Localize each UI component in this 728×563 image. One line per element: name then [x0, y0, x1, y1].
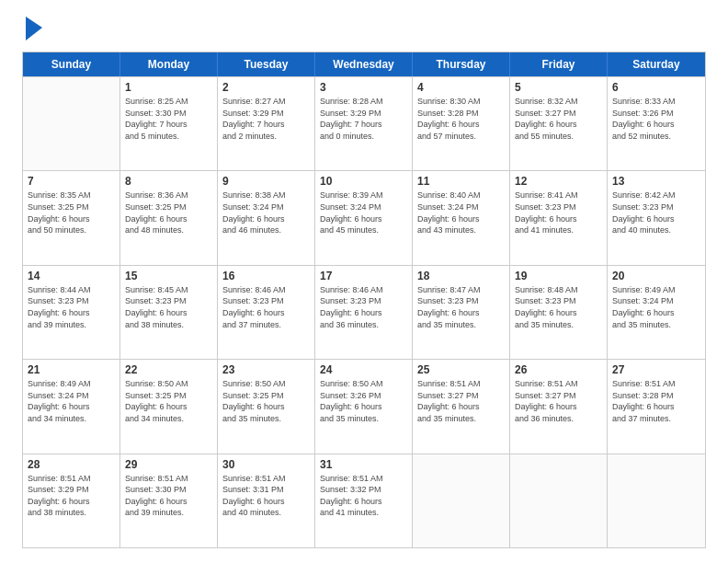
- day-info: Sunrise: 8:48 AM Sunset: 3:23 PM Dayligh…: [515, 284, 602, 330]
- calendar-cell: 19Sunrise: 8:48 AM Sunset: 3:23 PM Dayli…: [510, 266, 608, 359]
- day-info: Sunrise: 8:49 AM Sunset: 3:24 PM Dayligh…: [28, 378, 115, 424]
- calendar-cell: 5Sunrise: 8:32 AM Sunset: 3:27 PM Daylig…: [510, 77, 608, 170]
- day-info: Sunrise: 8:28 AM Sunset: 3:29 PM Dayligh…: [320, 96, 407, 142]
- day-number: 26: [515, 363, 602, 376]
- day-number: 24: [320, 363, 407, 376]
- calendar-cell: 28Sunrise: 8:51 AM Sunset: 3:29 PM Dayli…: [23, 454, 120, 547]
- day-info: Sunrise: 8:32 AM Sunset: 3:27 PM Dayligh…: [515, 96, 602, 142]
- calendar-cell: 23Sunrise: 8:50 AM Sunset: 3:25 PM Dayli…: [218, 360, 315, 453]
- day-number: 5: [515, 81, 602, 94]
- calendar-cell: 10Sunrise: 8:39 AM Sunset: 3:24 PM Dayli…: [315, 171, 413, 264]
- calendar-cell: 15Sunrise: 8:45 AM Sunset: 3:23 PM Dayli…: [120, 266, 218, 359]
- header-day-tuesday: Tuesday: [218, 52, 315, 76]
- day-number: 11: [417, 175, 505, 188]
- day-info: Sunrise: 8:51 AM Sunset: 3:28 PM Dayligh…: [612, 378, 700, 424]
- day-number: 25: [417, 363, 505, 376]
- calendar-cell: 8Sunrise: 8:36 AM Sunset: 3:25 PM Daylig…: [120, 171, 218, 264]
- day-info: Sunrise: 8:50 AM Sunset: 3:26 PM Dayligh…: [320, 378, 407, 424]
- day-number: 18: [417, 270, 505, 282]
- day-info: Sunrise: 8:45 AM Sunset: 3:23 PM Dayligh…: [125, 284, 212, 330]
- day-info: Sunrise: 8:49 AM Sunset: 3:24 PM Dayligh…: [612, 284, 700, 330]
- day-number: 15: [125, 270, 212, 282]
- day-number: 22: [125, 363, 212, 376]
- day-info: Sunrise: 8:41 AM Sunset: 3:23 PM Dayligh…: [515, 190, 602, 236]
- calendar-cell: [510, 454, 608, 547]
- calendar: SundayMondayTuesdayWednesdayThursdayFrid…: [22, 52, 706, 548]
- day-number: 3: [320, 81, 407, 94]
- day-number: 20: [612, 270, 700, 282]
- day-info: Sunrise: 8:50 AM Sunset: 3:25 PM Dayligh…: [222, 378, 310, 424]
- day-info: Sunrise: 8:30 AM Sunset: 3:28 PM Dayligh…: [417, 96, 505, 142]
- day-info: Sunrise: 8:51 AM Sunset: 3:27 PM Dayligh…: [417, 378, 505, 424]
- calendar-cell: 13Sunrise: 8:42 AM Sunset: 3:23 PM Dayli…: [608, 171, 705, 264]
- day-number: 27: [612, 363, 700, 376]
- day-info: Sunrise: 8:42 AM Sunset: 3:23 PM Dayligh…: [612, 190, 700, 236]
- day-info: Sunrise: 8:51 AM Sunset: 3:27 PM Dayligh…: [515, 378, 602, 424]
- calendar-cell: 4Sunrise: 8:30 AM Sunset: 3:28 PM Daylig…: [413, 77, 510, 170]
- day-number: 13: [612, 175, 700, 188]
- day-info: Sunrise: 8:46 AM Sunset: 3:23 PM Dayligh…: [222, 284, 310, 330]
- day-number: 31: [320, 458, 407, 471]
- calendar-row-2: 14Sunrise: 8:44 AM Sunset: 3:23 PM Dayli…: [23, 265, 705, 359]
- logo-icon: [24, 15, 44, 42]
- day-number: 30: [222, 458, 310, 471]
- day-number: 17: [320, 270, 407, 282]
- day-info: Sunrise: 8:51 AM Sunset: 3:30 PM Dayligh…: [125, 473, 212, 519]
- day-number: 12: [515, 175, 602, 188]
- calendar-header: SundayMondayTuesdayWednesdayThursdayFrid…: [23, 52, 705, 76]
- day-number: 7: [28, 175, 115, 188]
- day-number: 23: [222, 363, 310, 376]
- calendar-cell: 3Sunrise: 8:28 AM Sunset: 3:29 PM Daylig…: [315, 77, 413, 170]
- calendar-cell: 9Sunrise: 8:38 AM Sunset: 3:24 PM Daylig…: [218, 171, 315, 264]
- day-number: 2: [222, 81, 310, 94]
- day-info: Sunrise: 8:36 AM Sunset: 3:25 PM Dayligh…: [125, 190, 212, 236]
- header-day-saturday: Saturday: [608, 52, 705, 76]
- calendar-cell: 26Sunrise: 8:51 AM Sunset: 3:27 PM Dayli…: [510, 360, 608, 453]
- day-info: Sunrise: 8:39 AM Sunset: 3:24 PM Dayligh…: [320, 190, 407, 236]
- calendar-cell: 27Sunrise: 8:51 AM Sunset: 3:28 PM Dayli…: [608, 360, 705, 453]
- calendar-row-1: 7Sunrise: 8:35 AM Sunset: 3:25 PM Daylig…: [23, 170, 705, 264]
- calendar-cell: 14Sunrise: 8:44 AM Sunset: 3:23 PM Dayli…: [23, 266, 120, 359]
- day-info: Sunrise: 8:50 AM Sunset: 3:25 PM Dayligh…: [125, 378, 212, 424]
- day-number: 14: [28, 270, 115, 282]
- calendar-row-0: 1Sunrise: 8:25 AM Sunset: 3:30 PM Daylig…: [23, 76, 705, 170]
- day-number: 9: [222, 175, 310, 188]
- day-info: Sunrise: 8:44 AM Sunset: 3:23 PM Dayligh…: [28, 284, 115, 330]
- calendar-row-3: 21Sunrise: 8:49 AM Sunset: 3:24 PM Dayli…: [23, 359, 705, 453]
- calendar-cell: 11Sunrise: 8:40 AM Sunset: 3:24 PM Dayli…: [413, 171, 510, 264]
- calendar-cell: 22Sunrise: 8:50 AM Sunset: 3:25 PM Dayli…: [120, 360, 218, 453]
- calendar-cell: 16Sunrise: 8:46 AM Sunset: 3:23 PM Dayli…: [218, 266, 315, 359]
- day-number: 10: [320, 175, 407, 188]
- calendar-cell: 20Sunrise: 8:49 AM Sunset: 3:24 PM Dayli…: [608, 266, 705, 359]
- calendar-body: 1Sunrise: 8:25 AM Sunset: 3:30 PM Daylig…: [23, 76, 705, 547]
- day-info: Sunrise: 8:51 AM Sunset: 3:31 PM Dayligh…: [222, 473, 310, 519]
- day-info: Sunrise: 8:40 AM Sunset: 3:24 PM Dayligh…: [417, 190, 505, 236]
- calendar-cell: 1Sunrise: 8:25 AM Sunset: 3:30 PM Daylig…: [120, 77, 218, 170]
- header-day-sunday: Sunday: [23, 52, 120, 76]
- calendar-cell: [23, 77, 120, 170]
- calendar-cell: 18Sunrise: 8:47 AM Sunset: 3:23 PM Dayli…: [413, 266, 510, 359]
- day-info: Sunrise: 8:51 AM Sunset: 3:29 PM Dayligh…: [28, 473, 115, 519]
- day-info: Sunrise: 8:35 AM Sunset: 3:25 PM Dayligh…: [28, 190, 115, 236]
- calendar-cell: 29Sunrise: 8:51 AM Sunset: 3:30 PM Dayli…: [120, 454, 218, 547]
- day-number: 6: [612, 81, 700, 94]
- day-number: 8: [125, 175, 212, 188]
- day-info: Sunrise: 8:46 AM Sunset: 3:23 PM Dayligh…: [320, 284, 407, 330]
- day-info: Sunrise: 8:33 AM Sunset: 3:26 PM Dayligh…: [612, 96, 700, 142]
- day-number: 16: [222, 270, 310, 282]
- header-day-friday: Friday: [510, 52, 608, 76]
- day-number: 29: [125, 458, 212, 471]
- day-info: Sunrise: 8:47 AM Sunset: 3:23 PM Dayligh…: [417, 284, 505, 330]
- calendar-cell: [413, 454, 510, 547]
- calendar-cell: 6Sunrise: 8:33 AM Sunset: 3:26 PM Daylig…: [608, 77, 705, 170]
- calendar-cell: 24Sunrise: 8:50 AM Sunset: 3:26 PM Dayli…: [315, 360, 413, 453]
- calendar-cell: 21Sunrise: 8:49 AM Sunset: 3:24 PM Dayli…: [23, 360, 120, 453]
- day-info: Sunrise: 8:25 AM Sunset: 3:30 PM Dayligh…: [125, 96, 212, 142]
- page: SundayMondayTuesdayWednesdayThursdayFrid…: [0, 0, 728, 563]
- day-number: 28: [28, 458, 115, 471]
- day-info: Sunrise: 8:27 AM Sunset: 3:29 PM Dayligh…: [222, 96, 310, 142]
- calendar-cell: 30Sunrise: 8:51 AM Sunset: 3:31 PM Dayli…: [218, 454, 315, 547]
- header-day-thursday: Thursday: [413, 52, 510, 76]
- day-number: 19: [515, 270, 602, 282]
- calendar-cell: 2Sunrise: 8:27 AM Sunset: 3:29 PM Daylig…: [218, 77, 315, 170]
